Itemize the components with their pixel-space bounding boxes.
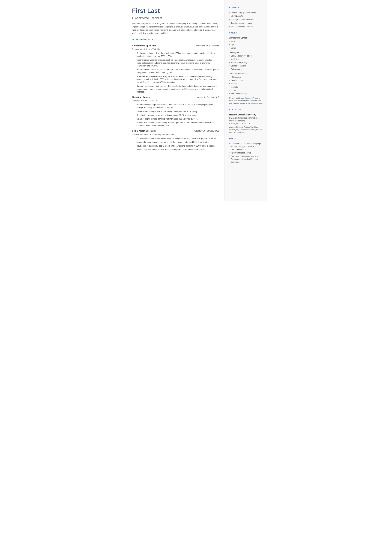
contact-section: CONTACT Denver, OH (Open to Remote) +1-2… xyxy=(229,6,263,28)
list-item: Set-up foreign business partners that in… xyxy=(134,118,219,120)
edu-degree: Bachelor of Business Administration Majo… xyxy=(229,117,263,125)
list-item: linkedin.com/in/username xyxy=(229,22,263,25)
other-list: Volunteered in a 3-month campaign for fo… xyxy=(229,142,263,163)
job-2-title: Marketing Analyst xyxy=(132,96,150,99)
list-item: Developed 35 successful social-media ret… xyxy=(134,145,219,147)
candidate-summary: Ecommerce Specialist with 10+ years' exp… xyxy=(132,22,219,35)
job-3-dates: August 2010 – January 2013 xyxy=(194,129,219,133)
skills-section: SKILLS Management Utilities: JIRA Agile … xyxy=(229,32,263,105)
resume-page: First Last E-Commerce Specialist Ecommer… xyxy=(125,0,267,201)
list-item: Contacted customers & set them up into t… xyxy=(134,52,219,58)
other-title: OTHER xyxy=(229,137,263,141)
education-section: EDUCATION Resume Worded University Bache… xyxy=(229,108,263,134)
left-column: First Last E-Commerce Specialist Ecommer… xyxy=(125,0,224,201)
list-item: ABC Certification (2022) xyxy=(229,151,263,154)
contact-list: Denver, OH (Open to Remote) +1-234-456-7… xyxy=(229,11,263,28)
header-section: First Last E-Commerce Specialist Ecommer… xyxy=(132,6,219,35)
list-item: Metrilo xyxy=(229,82,263,85)
skills-note: Don't forget to use Resume Worded to sca… xyxy=(229,97,263,105)
job-2-bullets: Prepared findings reports illustrating d… xyxy=(132,103,219,127)
job-1-header: E-Commerce Specialist November 2015 – Pr… xyxy=(132,44,219,47)
job-2: Marketing Analyst June 2013 – October 20… xyxy=(132,96,219,127)
edu-awards: Awards: Resume Worded Teaching Fellow (o… xyxy=(229,126,263,134)
list-item: Looker xyxy=(229,89,263,92)
list-item: Orchestrated a large-scale social-media … xyxy=(134,137,219,140)
edu-major: Major in Marketing xyxy=(229,120,245,122)
skill-list-management: JIRA Agile Scrum xyxy=(229,40,263,49)
resume-worded-link[interactable]: Resume Worded xyxy=(245,97,258,99)
list-item: email@resumeworded.com xyxy=(229,18,263,21)
list-item: Scrum xyxy=(229,47,263,49)
work-experience-section: WORK EXPERIENCE E-Commerce Specialist No… xyxy=(132,38,219,151)
list-item: Constructed program strategies which pro… xyxy=(134,114,219,117)
list-item: RetentionGrid xyxy=(229,79,263,82)
list-item: Marketo xyxy=(229,86,263,88)
education-title: EDUCATION xyxy=(229,108,263,112)
list-item: Spearheaded the verification, analysis, … xyxy=(134,75,219,84)
list-item: github.com/resumeworded xyxy=(229,25,263,28)
list-item: Merchandised websites' products such as … xyxy=(134,59,219,67)
list-item: Financial Reporting xyxy=(229,61,263,64)
candidate-title: E-Commerce Specialist xyxy=(132,16,219,20)
skill-list-techniques: Social Media Advertising Marketing Finan… xyxy=(229,55,263,70)
job-1-title: E-Commerce Specialist xyxy=(132,44,156,47)
list-item: Implemented a budget plan shrink saving … xyxy=(134,110,219,113)
list-item: +1-234-456-789 xyxy=(229,15,263,18)
skill-category-management-label: Management Utilities: xyxy=(229,36,263,39)
list-item: Volunteered in a 3-month campaign for fo… xyxy=(229,142,263,151)
edu-school: Resume Worded University xyxy=(229,113,263,116)
job-2-header: Marketing Analyst June 2013 – October 20… xyxy=(132,96,219,99)
job-3-header: Social Media Specialist August 2010 – Ja… xyxy=(132,129,219,133)
job-3-company: Resume Worded's Exciting Company, New Yo… xyxy=(132,133,219,136)
right-column: CONTACT Denver, OH (Open to Remote) +1-2… xyxy=(224,0,267,201)
skill-list-tools: KISSmetrics RetentionGrid Metrilo Market… xyxy=(229,76,263,95)
list-item: Completed Digital Business School Ecomme… xyxy=(229,155,263,163)
list-item: Utilized VBA macros to create daily mark… xyxy=(134,121,219,127)
list-item: Data Analysis xyxy=(229,68,263,70)
list-item: KISSmetrics xyxy=(229,76,263,78)
list-item: Social Media Advertising xyxy=(229,55,263,57)
list-item: Marketing xyxy=(229,58,263,61)
job-2-dates: June 2013 – October 2015 xyxy=(196,96,219,99)
skill-category-tools-label: Tools and Frameworks: xyxy=(229,72,263,75)
list-item: Managed & coordinated corporate charity … xyxy=(134,141,219,144)
skill-category-techniques: Techniques: Social Media Advertising Mar… xyxy=(229,51,263,70)
list-item: Oversaw paid search activities with thei… xyxy=(134,85,219,93)
edu-degree-name: Bachelor of Business Administration xyxy=(229,117,259,119)
job-2-company: Growthsi, San Francisco, CA xyxy=(132,99,219,102)
list-item: HubSpotMarketing xyxy=(229,92,263,95)
list-item: Agile xyxy=(229,43,263,46)
contact-title: CONTACT xyxy=(229,6,263,10)
list-item: Denver, OH (Open to Remote) xyxy=(229,11,263,14)
job-1: E-Commerce Specialist November 2015 – Pr… xyxy=(132,44,219,93)
skill-category-tools: Tools and Frameworks: KISSmetrics Retent… xyxy=(229,72,263,95)
list-item: Pitched & placed clients in local press … xyxy=(134,148,219,151)
candidate-name: First Last xyxy=(132,6,219,15)
job-1-dates: November 2015 – Present xyxy=(196,44,219,47)
skills-title: SKILLS xyxy=(229,32,263,35)
list-item: Strategic Planning xyxy=(229,64,263,67)
list-item: JIRA xyxy=(229,40,263,43)
note-prefix: Don't forget to use xyxy=(229,97,245,99)
work-experience-title: WORK EXPERIENCE xyxy=(132,38,219,42)
other-section: OTHER Volunteered in a 3-month campaign … xyxy=(229,137,263,164)
job-3-title: Social Media Specialist xyxy=(132,129,156,133)
job-1-company: Resume Worded, New York, NY xyxy=(132,48,219,51)
job-1-bullets: Contacted customers & set them up into t… xyxy=(132,52,219,93)
list-item: Performed competitive analysis to offer … xyxy=(134,68,219,74)
edu-location-date: Boston, MA — May 2018 xyxy=(229,123,250,125)
job-3-bullets: Orchestrated a large-scale social-media … xyxy=(132,137,219,151)
skill-category-techniques-label: Techniques: xyxy=(229,51,263,54)
list-item: Prepared findings reports illustrating d… xyxy=(134,103,219,109)
job-3: Social Media Specialist August 2010 – Ja… xyxy=(132,129,219,151)
skill-category-management: Management Utilities: JIRA Agile Scrum xyxy=(229,36,263,49)
